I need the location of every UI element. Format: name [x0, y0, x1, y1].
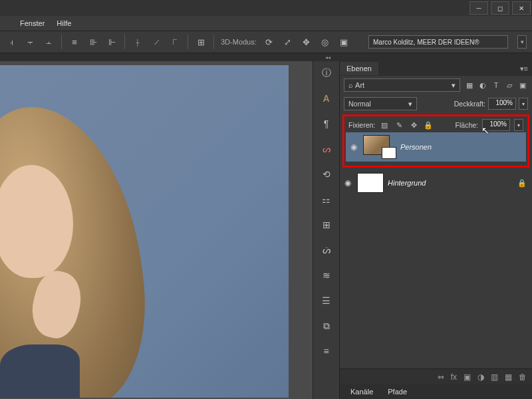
brush-preset-icon[interactable]: ᔕ: [319, 141, 334, 157]
minimize-button[interactable]: ─: [469, 1, 488, 15]
3d-icon-5[interactable]: ▣: [338, 36, 350, 48]
group-icon[interactable]: ▥: [491, 372, 498, 382]
image-content: [0, 344, 80, 398]
workspace-select[interactable]: Marco Kolditz, MEER DER IDEEN®: [368, 35, 508, 49]
close-button[interactable]: ✕: [512, 1, 531, 15]
filter-adjust-icon[interactable]: ◐: [477, 81, 488, 90]
info-icon[interactable]: ⓘ: [319, 65, 334, 81]
search-icon: ⌕: [348, 81, 353, 89]
layer-row-personen[interactable]: ◉ Personen: [346, 132, 526, 162]
align-icon-1[interactable]: ⫞: [5, 36, 17, 48]
space-icon-1[interactable]: ⟊: [132, 36, 144, 48]
visibility-toggle-icon[interactable]: ◉: [348, 142, 359, 152]
filter-shape-icon[interactable]: ▱: [504, 81, 515, 90]
tab-kanaele[interactable]: Kanäle: [344, 386, 380, 398]
brush-icon[interactable]: ≋: [319, 267, 334, 283]
blend-mode-select[interactable]: Normal▾: [344, 97, 417, 110]
history-icon[interactable]: ⟲: [319, 166, 334, 182]
lock-label: Fixieren:: [348, 121, 375, 129]
filter-smart-icon[interactable]: ▣: [517, 81, 528, 90]
mode-3d-label: 3D-Modus:: [221, 38, 257, 46]
lock-icon: 🔒: [517, 179, 529, 188]
3d-icon-2[interactable]: ⤢: [282, 36, 294, 48]
collapse-handle[interactable]: ◂◂: [323, 53, 332, 61]
trash-icon[interactable]: 🗑: [519, 372, 527, 382]
layers-footer: ⇔ fx ▣ ◑ ▥ ▦ 🗑: [340, 368, 532, 384]
link-layers-icon[interactable]: ⇔: [438, 372, 444, 382]
align-icon-3[interactable]: ⫠: [43, 36, 55, 48]
adjustment-layer-icon[interactable]: ◑: [477, 372, 484, 382]
layer-thumbnail[interactable]: [357, 173, 384, 193]
lock-pixels-icon[interactable]: ✎: [394, 120, 404, 130]
fill-dropdown-icon[interactable]: ▾: [514, 119, 523, 131]
tab-strip: ◂◂: [0, 53, 532, 61]
maximize-button[interactable]: ◻: [491, 1, 509, 15]
filter-type-icon[interactable]: T: [491, 81, 501, 90]
collapsed-panel-strip: ⓘ A ¶ ᔕ ⟲ ⚏ ⊞ ᔖ ≋ ☰ ⧉ ≡: [313, 61, 339, 399]
new-layer-icon[interactable]: ▦: [505, 372, 512, 382]
menu-fenster[interactable]: Fenster: [20, 19, 45, 27]
separator: [188, 35, 188, 49]
lock-position-icon[interactable]: ✥: [408, 120, 419, 130]
titlebar: ─ ◻ ✕: [0, 0, 532, 16]
filter-kind-select[interactable]: ⌕ Art ▾: [344, 78, 460, 92]
tab-ebenen[interactable]: Ebenen: [340, 62, 378, 75]
document-canvas[interactable]: [0, 65, 289, 398]
fx-icon[interactable]: fx: [451, 372, 457, 382]
layer-mask-thumbnail[interactable]: [382, 147, 396, 159]
layer-name-label[interactable]: Personen: [400, 143, 432, 151]
color-icon[interactable]: ⊞: [319, 217, 334, 233]
layers-strip-icon[interactable]: ☰: [319, 293, 334, 309]
lock-all-icon[interactable]: 🔒: [423, 120, 434, 130]
layer-row-hintergrund[interactable]: ◉ Hintergrund 🔒: [340, 170, 532, 196]
3d-icon-3[interactable]: ✥: [301, 36, 313, 48]
opacity-label: Deckkraft:: [454, 100, 485, 108]
fill-field[interactable]: 100%: [482, 119, 510, 131]
clone-icon[interactable]: ⧉: [319, 318, 334, 334]
paragraph-icon[interactable]: ¶: [319, 116, 334, 132]
actions-icon[interactable]: ᔖ: [319, 242, 334, 258]
menu-hilfe[interactable]: Hilfe: [57, 19, 71, 27]
dist-icon-1[interactable]: ≡: [68, 36, 80, 48]
fill-label: Fläche:: [456, 121, 478, 129]
space-icon-3[interactable]: ⟌: [169, 36, 181, 48]
layer-name-label[interactable]: Hintergrund: [388, 179, 426, 187]
canvas-area: [0, 61, 313, 399]
menubar: Fenster Hilfe: [0, 16, 532, 31]
panel-menu-icon[interactable]: ▾≡: [516, 65, 532, 73]
mask-icon[interactable]: ▣: [464, 372, 471, 382]
space-icon-2[interactable]: ⟋: [150, 36, 162, 48]
adjustments-icon[interactable]: ≡: [319, 343, 334, 359]
workspace-dropdown-icon[interactable]: ▾: [517, 35, 527, 49]
separator: [124, 35, 125, 49]
3d-icon-4[interactable]: ◎: [319, 36, 331, 48]
separator: [61, 35, 62, 49]
layers-panel: Ebenen ▾≡ ⌕ Art ▾ ▦ ◐ T ▱ ▣ Normal▾ Deck…: [339, 61, 532, 399]
dist-icon-3[interactable]: ⊩: [106, 36, 118, 48]
options-bar: ⫞ ⫟ ⫠ ≡ ⊪ ⊩ ⟊ ⟋ ⟌ ⊞ 3D-Modus: ⟳ ⤢ ✥ ◎ ▣ …: [0, 31, 532, 53]
filter-pixel-icon[interactable]: ▦: [464, 81, 475, 90]
character-icon[interactable]: A: [319, 90, 334, 106]
dist-icon-2[interactable]: ⊪: [87, 36, 99, 48]
opacity-field[interactable]: 100%: [488, 98, 516, 110]
highlighted-region: Fixieren: ▨ ✎ ✥ 🔒 Fläche: 100% ▾ ◉ Perso…: [342, 114, 529, 168]
opacity-dropdown-icon[interactable]: ▾: [519, 98, 528, 110]
lock-transparency-icon[interactable]: ▨: [379, 120, 390, 130]
layers-empty-area: [340, 196, 532, 368]
tab-pfade[interactable]: Pfade: [381, 386, 414, 398]
auto-icon[interactable]: ⊞: [195, 36, 207, 48]
3d-icon-1[interactable]: ⟳: [263, 36, 275, 48]
align-icon-2[interactable]: ⫟: [24, 36, 36, 48]
visibility-toggle-icon[interactable]: ◉: [342, 178, 353, 188]
swatches-icon[interactable]: ⚏: [319, 192, 334, 207]
separator: [213, 35, 214, 49]
